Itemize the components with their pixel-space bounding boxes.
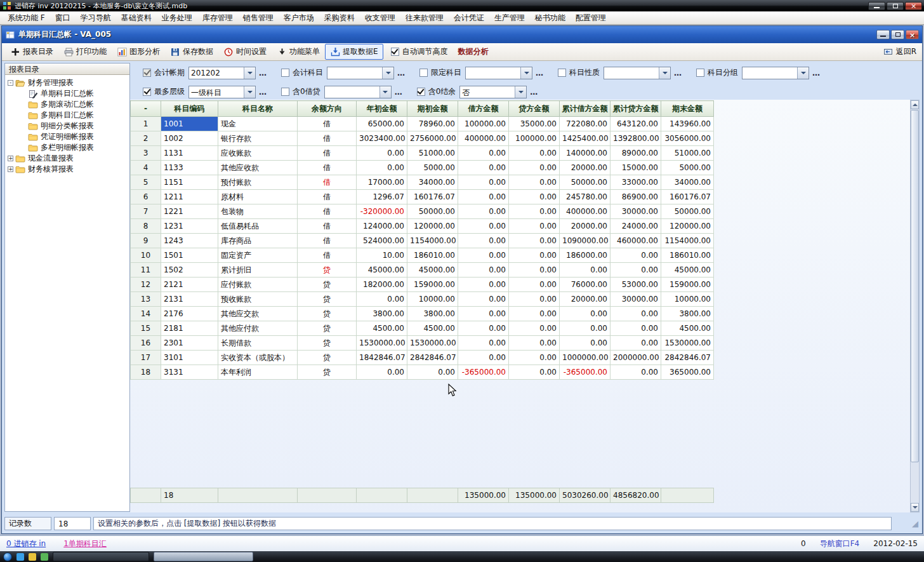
amount-cell[interactable]: 51000.00 (407, 146, 458, 161)
taskbar-button[interactable] (53, 552, 149, 561)
row-number-cell[interactable]: 8 (131, 219, 161, 234)
row-number-cell[interactable]: 16 (131, 336, 161, 351)
amount-cell[interactable]: 76000.00 (560, 278, 610, 292)
amount-cell[interactable]: 0.00 (458, 161, 509, 175)
row-number-cell[interactable]: 15 (131, 321, 161, 336)
balance-direction-cell[interactable]: 借 (298, 117, 357, 131)
amount-cell[interactable]: 1530000.00 (407, 336, 458, 351)
amount-cell[interactable]: 20000.00 (560, 292, 610, 307)
amount-cell[interactable]: 45000.00 (357, 263, 407, 278)
combobox-arrow-icon[interactable] (380, 86, 391, 98)
grid-row[interactable]: 122121应付账款贷182000.00159000.000.000.00760… (131, 278, 714, 292)
row-number-cell[interactable]: 4 (131, 161, 161, 175)
amount-cell[interactable]: 15000.00 (610, 161, 661, 175)
amount-cell[interactable]: 1392800.00 (610, 131, 661, 146)
amount-cell[interactable]: 159000.00 (407, 278, 458, 292)
amount-cell[interactable]: 0.00 (458, 190, 509, 204)
amount-cell[interactable]: 0.00 (509, 278, 560, 292)
subject-code-cell[interactable]: 3131 (161, 365, 218, 380)
amount-cell[interactable]: 2756000.00 (407, 131, 458, 146)
amount-cell[interactable]: 143960.00 (661, 117, 714, 131)
expand-toggle-icon[interactable]: + (8, 166, 13, 172)
row-number-cell[interactable]: 13 (131, 292, 161, 307)
amount-cell[interactable]: 1296.07 (357, 190, 407, 204)
grid-row[interactable]: 111502累计折旧贷45000.0045000.000.000.000.000… (131, 263, 714, 278)
amount-cell[interactable]: 65000.00 (357, 117, 407, 131)
amount-cell[interactable]: 45000.00 (661, 263, 714, 278)
amount-cell[interactable]: 0.00 (458, 248, 509, 263)
subject-code-cell[interactable]: 2301 (161, 336, 218, 351)
toolbar-button-graph-analysis[interactable]: 图形分析 (112, 44, 165, 60)
toolbar-button-print[interactable]: 打印功能 (58, 44, 112, 60)
amount-cell[interactable]: 50000.00 (407, 204, 458, 219)
amount-cell[interactable]: 120000.00 (661, 219, 714, 234)
amount-cell[interactable]: 124000.00 (357, 219, 407, 234)
subject-name-cell[interactable]: 固定资产 (218, 248, 298, 263)
combobox-arrow-icon[interactable] (797, 67, 808, 79)
filter-combobox[interactable] (327, 67, 394, 79)
menu-item[interactable]: 秘书功能 (530, 11, 571, 25)
grid-row[interactable]: 152181其他应付款贷4500.004500.000.000.000.000.… (131, 321, 714, 336)
filter-combobox[interactable]: 一级科目 (188, 86, 256, 98)
filter-checkbox[interactable] (281, 88, 289, 96)
amount-cell[interactable]: 45000.00 (407, 263, 458, 278)
amount-cell[interactable]: 51000.00 (661, 146, 714, 161)
amount-cell[interactable]: 4500.00 (407, 321, 458, 336)
amount-cell[interactable]: 0.00 (509, 161, 560, 175)
amount-cell[interactable]: 120000.00 (407, 219, 458, 234)
grid-row[interactable]: 162301长期借款贷1530000.001530000.000.000.000… (131, 336, 714, 351)
subject-name-cell[interactable]: 应付账款 (218, 278, 298, 292)
amount-cell[interactable]: 100000.00 (458, 117, 509, 131)
amount-cell[interactable]: 3800.00 (407, 307, 458, 321)
amount-cell[interactable]: 160176.07 (661, 190, 714, 204)
amount-cell[interactable]: -320000.00 (357, 204, 407, 219)
toolbar-button-time-setting[interactable]: 时间设置 (218, 44, 272, 60)
amount-cell[interactable]: 0.00 (458, 263, 509, 278)
subject-name-cell[interactable]: 库存商品 (218, 234, 298, 248)
amount-cell[interactable]: 3056000.00 (661, 131, 714, 146)
amount-cell[interactable]: 0.00 (610, 336, 661, 351)
amount-cell[interactable]: 1090000.00 (560, 234, 610, 248)
amount-cell[interactable]: 1842846.07 (357, 351, 407, 365)
balance-direction-cell[interactable]: 贷 (298, 365, 357, 380)
subject-code-cell[interactable]: 1211 (161, 190, 218, 204)
amount-cell[interactable]: 1154000.00 (407, 234, 458, 248)
amount-cell[interactable]: 2842846.07 (661, 351, 714, 365)
balance-direction-cell[interactable]: 借 (298, 248, 357, 263)
tree-item[interactable]: 多期科目汇总帐 (6, 110, 128, 121)
subject-name-cell[interactable]: 其他应交款 (218, 307, 298, 321)
grid-row[interactable]: 21002银行存款借3023400.002756000.00400000.001… (131, 131, 714, 146)
row-number-cell[interactable]: 1 (131, 117, 161, 131)
amount-cell[interactable]: 0.00 (458, 292, 509, 307)
tree-item[interactable]: +现金流量报表 (6, 153, 128, 164)
subject-name-cell[interactable]: 现金 (218, 117, 298, 131)
amount-cell[interactable]: 0.00 (610, 321, 661, 336)
grid-column-header[interactable]: 科目名称 (218, 101, 298, 117)
filter-checkbox[interactable] (558, 69, 566, 77)
amount-cell[interactable]: 0.00 (357, 365, 407, 380)
menu-item[interactable]: 学习导航 (76, 11, 116, 25)
subject-name-cell[interactable]: 本年利润 (218, 365, 298, 380)
grid-column-header[interactable]: 科目编码 (161, 101, 218, 117)
filter-checkbox[interactable] (281, 69, 289, 77)
filter-checkbox[interactable] (419, 69, 428, 77)
amount-cell[interactable]: 1000000.00 (560, 351, 610, 365)
amount-cell[interactable]: 30000.00 (610, 292, 661, 307)
amount-cell[interactable]: 0.00 (458, 204, 509, 219)
balance-direction-cell[interactable]: 借 (298, 175, 357, 190)
amount-cell[interactable]: 20000.00 (560, 161, 610, 175)
amount-cell[interactable]: 186010.00 (407, 248, 458, 263)
amount-cell[interactable]: 10000.00 (661, 292, 714, 307)
amount-cell[interactable]: 2000000.00 (610, 351, 661, 365)
filter-combobox[interactable] (742, 67, 809, 79)
grid-row[interactable]: 71221包装物借-320000.0050000.000.000.0040000… (131, 204, 714, 219)
row-number-cell[interactable]: 11 (131, 263, 161, 278)
amount-cell[interactable]: 24000.00 (610, 219, 661, 234)
grid-column-header[interactable]: 贷方金额 (509, 101, 560, 117)
subject-code-cell[interactable]: 2181 (161, 321, 218, 336)
tree-item[interactable]: +财务核算报表 (6, 164, 128, 175)
subject-code-cell[interactable]: 1231 (161, 219, 218, 234)
amount-cell[interactable]: 0.00 (509, 292, 560, 307)
balance-direction-cell[interactable]: 贷 (298, 292, 357, 307)
grid-row[interactable]: 101501固定资产借10.00186010.000.000.00186000.… (131, 248, 714, 263)
